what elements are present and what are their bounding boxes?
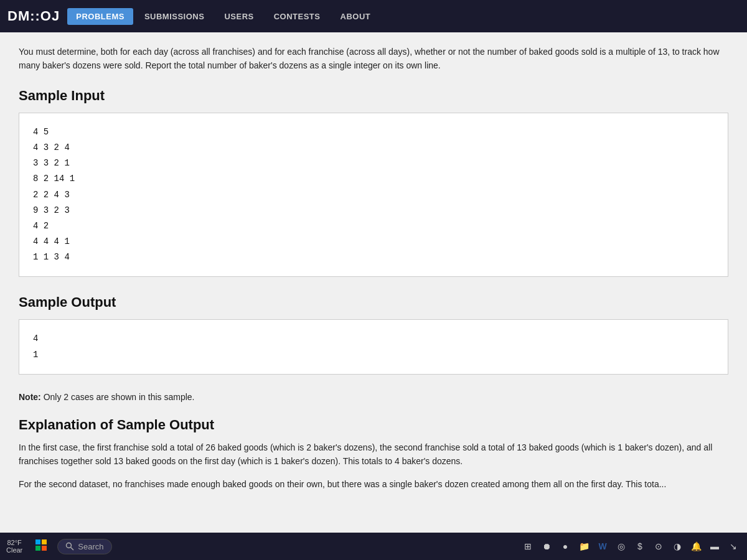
- intro-paragraph: You must determine, both for each day (a…: [19, 45, 728, 73]
- weather-temp: 82°F: [7, 539, 21, 546]
- explanation-title: Explanation of Sample Output: [19, 417, 728, 433]
- svg-point-4: [67, 543, 72, 548]
- nav-item-contests[interactable]: CONTESTS: [265, 8, 329, 25]
- weather-widget: 82°F Clear: [6, 539, 22, 554]
- site-logo[interactable]: DM::OJ: [7, 8, 60, 24]
- sample-input-title: Sample Input: [19, 88, 728, 104]
- taskbar-icon-record[interactable]: ⏺: [539, 539, 554, 554]
- taskbar-icon-half[interactable]: ◑: [670, 539, 685, 554]
- weather-condition: Clear: [6, 546, 22, 554]
- search-label: Search: [78, 542, 103, 551]
- note-paragraph: Note: Only 2 cases are shown in this sam…: [19, 392, 728, 402]
- svg-line-5: [71, 548, 74, 551]
- taskbar-icon-chrome[interactable]: ◎: [614, 539, 629, 554]
- svg-rect-2: [35, 546, 40, 551]
- taskbar-icon-squares[interactable]: ⊞: [520, 539, 535, 554]
- taskbar: 82°F Clear Search ⊞ ⏺ ● 📁 W ◎ $ ⊙ ◑ 🔔 ▬ …: [0, 533, 747, 560]
- taskbar-icon-word[interactable]: W: [595, 539, 610, 554]
- taskbar-icon-bell[interactable]: 🔔: [688, 539, 703, 554]
- taskbar-search[interactable]: Search: [57, 539, 111, 554]
- sample-input-block: 4 5 4 3 2 4 3 3 2 1 8 2 14 1 2 2 4 3 9 3…: [19, 113, 728, 278]
- taskbar-icon-dollar[interactable]: $: [632, 539, 647, 554]
- navbar: DM::OJ PROBLEMSSUBMISSIONSUSERSCONTESTSA…: [0, 0, 747, 32]
- taskbar-icon-circle2[interactable]: ⊙: [651, 539, 666, 554]
- search-icon: [65, 542, 74, 551]
- nav-item-submissions[interactable]: SUBMISSIONS: [136, 8, 214, 25]
- start-button[interactable]: [30, 536, 52, 556]
- note-body: Only 2 cases are shown in this sample.: [44, 392, 195, 402]
- svg-rect-0: [35, 539, 40, 544]
- taskbar-icon-folder[interactable]: 📁: [576, 539, 591, 554]
- nav-item-about[interactable]: ABOUT: [332, 8, 380, 25]
- svg-rect-3: [42, 546, 47, 551]
- main-content: You must determine, both for each day (a…: [0, 32, 747, 560]
- explanation-paragraph-2: For the second dataset, no franchises ma…: [19, 477, 728, 491]
- nav-item-problems[interactable]: PROBLEMS: [67, 8, 133, 25]
- taskbar-icons: ⊞ ⏺ ● 📁 W ◎ $ ⊙ ◑ 🔔 ▬ ↘: [520, 539, 741, 554]
- taskbar-icon-arrow[interactable]: ↘: [726, 539, 741, 554]
- nav-item-users[interactable]: USERS: [215, 8, 262, 25]
- explanation-paragraph-1: In the first case, the first franchise s…: [19, 441, 728, 469]
- sample-output-block: 4 1: [19, 319, 728, 374]
- svg-rect-1: [42, 539, 47, 544]
- taskbar-icon-bar[interactable]: ▬: [707, 539, 722, 554]
- sample-output-title: Sample Output: [19, 294, 728, 310]
- taskbar-icon-circle[interactable]: ●: [558, 539, 573, 554]
- note-label: Note:: [19, 392, 41, 402]
